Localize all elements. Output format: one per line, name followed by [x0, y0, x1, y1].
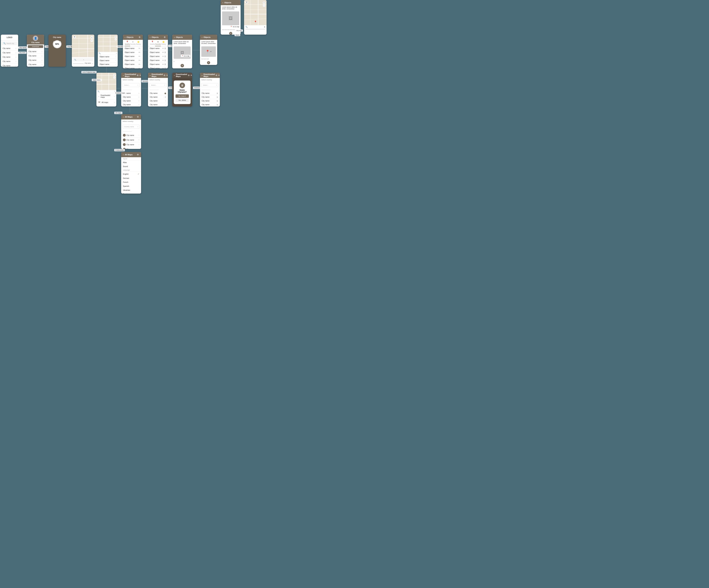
object-item[interactable]: Object name♥›: [123, 62, 143, 66]
settings-russian[interactable]: Russian: [121, 192, 141, 194]
tab-rating[interactable]: ⭐ Rating: [136, 40, 141, 46]
close-icon[interactable]: ✕: [190, 74, 192, 77]
city-item[interactable]: ↓City name+: [121, 138, 141, 142]
gear-icon[interactable]: ⚙: [163, 74, 165, 77]
tab-nearby[interactable]: 📍 Nearby: [125, 40, 130, 46]
object-list-item[interactable]: Object name›: [98, 59, 118, 62]
object-item[interactable]: Object name♥›: [123, 46, 143, 50]
object-item[interactable]: Object name♥🗑: [148, 46, 168, 50]
city-item[interactable]: City name⬤: [148, 92, 168, 95]
back-arrow[interactable]: ‹: [174, 74, 175, 77]
country-select[interactable]: Select... ›: [149, 83, 166, 87]
menu-downloaded-maps[interactable]: ↓ Downloaded maps ›: [97, 93, 116, 100]
list-item[interactable]: City name↓: [27, 58, 44, 62]
city-item[interactable]: City name↑: [148, 103, 168, 106]
btn-no-keep[interactable]: No, keep it: [176, 94, 189, 98]
list-item[interactable]: City name↓: [27, 49, 44, 54]
settings-german[interactable]: German: [121, 176, 141, 180]
screen-object-detail: ‹ Objects Lorem ipsum dolor sit amet, co…: [172, 35, 192, 69]
list-item[interactable]: City name↓: [27, 54, 44, 58]
gear-icon[interactable]: ⚙: [188, 74, 190, 77]
tab-nearby[interactable]: 📍 Nearby: [150, 40, 155, 46]
object-description: Lorem ipsum dolor sit amet, consectetur: [201, 41, 216, 44]
search-icon: 🔍: [245, 26, 247, 28]
gear-icon[interactable]: ⚙: [136, 153, 139, 156]
country-select[interactable]: Country name ›: [123, 125, 140, 129]
download-button[interactable]: Download: [28, 45, 43, 48]
gear-icon[interactable]: ⚙: [215, 74, 217, 77]
list-item[interactable]: City name↓: [1, 55, 18, 59]
city-item[interactable]: City name🗑: [200, 92, 220, 95]
city-item[interactable]: ↓City name↑: [121, 133, 141, 138]
gear-icon[interactable]: ⚙: [163, 36, 166, 39]
object-list-item[interactable]: Object name›: [98, 66, 118, 67]
close-btn[interactable]: ✕: [207, 61, 210, 64]
back-arrow[interactable]: ‹: [202, 74, 203, 77]
menu-preferences[interactable]: ⚙ Preferences ›: [97, 105, 116, 106]
object-item[interactable]: Object name♥🗑: [148, 66, 168, 69]
list-item[interactable]: City name↓: [1, 51, 18, 55]
close-icon[interactable]: ✕: [139, 74, 141, 77]
close-icon[interactable]: ✕: [218, 74, 220, 77]
back-arrow[interactable]: ‹: [174, 36, 175, 39]
go-to-map-btn[interactable]: 📍: [182, 55, 183, 57]
settings-english[interactable]: English ✓: [121, 172, 141, 176]
settings-spanish[interactable]: Spanish: [121, 184, 141, 188]
object-item[interactable]: Object name♥›: [123, 66, 143, 69]
logo-text: LOGO: [1, 36, 18, 39]
country-select[interactable]: Select... ›: [123, 83, 140, 87]
back-arrow[interactable]: ‹: [202, 36, 203, 39]
city-item[interactable]: City name🗑: [200, 95, 220, 99]
city-item[interactable]: City name+: [121, 95, 141, 99]
gear-icon[interactable]: ⚙: [137, 74, 139, 77]
back-arrow[interactable]: ‹: [123, 153, 124, 156]
city-item[interactable]: City name🗑: [200, 103, 220, 106]
back-arrow[interactable]: ‹: [150, 36, 151, 39]
btn-yes-delete[interactable]: Yes, delete: [176, 99, 189, 102]
back-arrow[interactable]: ‹: [123, 116, 124, 118]
menu-label: Downloaded maps: [101, 94, 114, 98]
object-list-item[interactable]: Object name›: [98, 55, 118, 59]
city-item[interactable]: City name○🗑: [148, 95, 168, 99]
object-item[interactable]: Object name♥🗑: [148, 54, 168, 58]
city-item[interactable]: City name+: [121, 99, 141, 103]
object-description: Lorem ipsum dolor sit amet, consectetur: [174, 41, 191, 44]
object-item[interactable]: Object name♥🗑: [148, 50, 168, 54]
menu-all-maps[interactable]: 🗺 All maps ›: [97, 100, 116, 105]
list-item[interactable]: City name↓: [1, 63, 18, 67]
city-item[interactable]: City name+: [121, 103, 141, 106]
object-item[interactable]: Object name♥🗑: [148, 58, 168, 62]
tab-rating[interactable]: ⭐ Rating: [161, 40, 166, 46]
back-arrow[interactable]: ‹: [150, 74, 151, 77]
list-item[interactable]: City name↓: [1, 59, 18, 63]
close-btn[interactable]: ✕: [181, 64, 184, 67]
settings-ukrainian[interactable]: Ukrainian: [121, 188, 141, 192]
back-arrow[interactable]: ‹: [125, 36, 126, 39]
object-item[interactable]: Object name♥🗑: [148, 62, 168, 66]
favorites-icon: ♥: [157, 41, 159, 43]
city-item[interactable]: ↓City name↑: [121, 147, 141, 149]
object-item[interactable]: Object name♥›: [123, 50, 143, 54]
settings-atlas[interactable]: Atlas: [121, 160, 141, 164]
city-item[interactable]: City name+: [148, 99, 168, 103]
object-item[interactable]: Object name♥›: [123, 58, 143, 62]
close-btn[interactable]: ✕: [229, 32, 232, 35]
tab-favorites[interactable]: ♥ Favorite: [155, 40, 161, 46]
list-item[interactable]: City name↓: [27, 62, 44, 67]
search-bar[interactable]: 🔍 Search city: [2, 42, 17, 45]
go-to-map-link[interactable]: Go to map: [233, 26, 239, 28]
gear-icon[interactable]: ⚙: [138, 36, 141, 39]
settings-french[interactable]: French: [121, 180, 141, 184]
tab-favorites[interactable]: ♥ Favority: [130, 40, 136, 46]
city-item[interactable]: ↓City name↑: [121, 142, 141, 147]
country-select[interactable]: Select... ›: [201, 83, 218, 87]
city-item[interactable]: City name🗑: [200, 99, 220, 103]
settings-sound[interactable]: Sound: [121, 164, 141, 169]
back-arrow[interactable]: ‹: [123, 74, 124, 77]
list-item[interactable]: City name↓: [1, 46, 18, 51]
object-item[interactable]: Object name♥›: [123, 54, 143, 58]
gear-icon[interactable]: ⚙: [136, 115, 139, 119]
back-arrow[interactable]: ‹: [222, 1, 223, 4]
close-icon[interactable]: ✕: [166, 74, 168, 77]
object-list-item[interactable]: Object name›: [98, 62, 118, 66]
